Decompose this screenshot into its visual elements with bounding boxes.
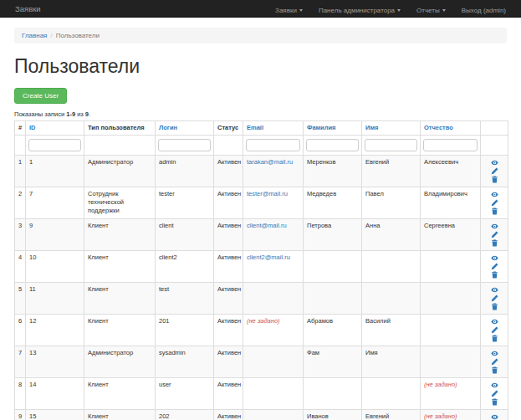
filter-cell-surname <box>304 136 362 156</box>
cell-email <box>243 410 304 420</box>
cell-num: 3 <box>15 219 26 251</box>
view-icon[interactable] <box>491 286 498 294</box>
nav-item-3[interactable]: Отчеты <box>416 7 446 14</box>
cell-login: 202 <box>156 410 214 420</box>
email-link[interactable]: client@mail.ru <box>247 222 287 229</box>
delete-icon[interactable] <box>491 303 498 310</box>
cell-status: Активен <box>214 346 243 378</box>
filter-input-surname[interactable] <box>306 139 359 151</box>
users-grid: #IDТип пользователяЛогинСтатусEmailФамил… <box>14 120 508 420</box>
cell-actions <box>481 187 508 219</box>
col-header-id[interactable]: ID <box>26 121 84 136</box>
sort-link-surname[interactable]: Фамилия <box>307 124 335 131</box>
col-header-num: # <box>15 121 26 136</box>
breadcrumb: Главная / Пользователи <box>14 28 507 44</box>
cell-actions <box>481 251 508 283</box>
cell-login: admin <box>156 156 214 187</box>
filter-input-name[interactable] <box>365 139 417 151</box>
view-icon[interactable] <box>491 254 498 262</box>
update-icon[interactable] <box>491 358 498 366</box>
col-header-email[interactable]: Email <box>243 121 304 136</box>
update-icon[interactable] <box>491 199 498 207</box>
col-header-patronymic[interactable]: Отчество <box>421 121 481 136</box>
sort-link-login[interactable]: Логин <box>159 124 177 131</box>
table-row: 713АдминистраторsysadminАктивенФамИмя <box>15 346 508 378</box>
breadcrumb-home-link[interactable]: Главная <box>22 32 47 39</box>
table-row: 39КлиентclientАктивенclient@mail.ruПетро… <box>15 219 508 251</box>
create-user-button[interactable]: Create User <box>14 88 67 104</box>
delete-icon[interactable] <box>491 335 498 342</box>
update-icon[interactable] <box>491 326 498 334</box>
filter-input-id[interactable] <box>28 139 81 151</box>
cell-email <box>243 378 304 410</box>
view-icon[interactable] <box>491 382 498 389</box>
view-icon[interactable] <box>491 318 498 325</box>
update-icon[interactable] <box>491 263 498 270</box>
cell-login: client2 <box>156 251 214 283</box>
cell-type: Администратор <box>84 156 156 187</box>
filter-input-patronymic[interactable] <box>423 139 478 151</box>
cell-surname <box>304 251 362 283</box>
view-icon[interactable] <box>491 413 498 420</box>
cell-email: tester@mail.ru <box>243 187 304 219</box>
cell-actions <box>481 219 508 251</box>
view-icon[interactable] <box>491 223 498 230</box>
filter-input-login[interactable] <box>158 139 211 151</box>
cell-surname: Абрамов <box>304 315 362 346</box>
sort-link-name[interactable]: Имя <box>365 124 378 131</box>
cell-status: Активен <box>214 156 243 187</box>
col-header-name[interactable]: Имя <box>362 121 421 136</box>
cell-name: Имя <box>362 346 421 378</box>
cell-type: Администратор <box>84 346 156 378</box>
cell-id: 15 <box>26 410 84 420</box>
not-set-label: (не задано) <box>424 381 457 388</box>
filter-cell-num <box>15 136 26 156</box>
not-set-label: (не задано) <box>424 412 457 420</box>
cell-patronymic: Сергеевна <box>421 219 481 251</box>
view-icon[interactable] <box>491 159 498 166</box>
update-icon[interactable] <box>491 390 498 397</box>
nav-item-2[interactable]: Панель администратора <box>319 7 401 14</box>
cell-name: Евгений <box>362 156 421 187</box>
grid-summary: Показаны записи 1-9 из 9. <box>14 110 507 118</box>
delete-icon[interactable] <box>491 207 498 215</box>
sort-link-patronymic[interactable]: Отчество <box>424 124 453 131</box>
caret-down-icon <box>397 9 401 12</box>
cell-actions <box>481 156 508 187</box>
delete-icon[interactable] <box>491 398 498 406</box>
cell-name <box>362 378 421 410</box>
nav-item-4[interactable]: Выход (admin) <box>462 7 506 14</box>
sort-link-id[interactable]: ID <box>29 124 36 131</box>
cell-name: Василий <box>362 315 421 346</box>
col-header-login[interactable]: Логин <box>156 121 214 136</box>
cell-status: Активен <box>214 187 243 219</box>
delete-icon[interactable] <box>491 239 498 247</box>
cell-id: 11 <box>26 283 84 315</box>
cell-patronymic <box>421 251 481 283</box>
cell-actions <box>481 283 508 315</box>
email-link[interactable]: client2@mail.ru <box>247 254 290 261</box>
update-icon[interactable] <box>491 231 498 238</box>
cell-surname: Медведев <box>304 187 362 219</box>
update-icon[interactable] <box>491 167 498 175</box>
cell-email: (не задано) <box>243 315 304 346</box>
view-icon[interactable] <box>491 191 498 198</box>
table-row: 511КлиентtestАктивен <box>15 283 508 315</box>
delete-icon[interactable] <box>491 366 498 374</box>
cell-type: Клиент <box>84 315 156 346</box>
cell-name: Павел <box>362 187 421 219</box>
cell-id: 1 <box>26 156 84 187</box>
delete-icon[interactable] <box>491 271 498 279</box>
nav-item-1[interactable]: Заявки <box>275 7 303 14</box>
brand-link[interactable]: Заявки <box>15 4 41 13</box>
view-icon[interactable] <box>491 350 498 357</box>
update-icon[interactable] <box>491 295 498 302</box>
email-link[interactable]: tarakan@mail.ru <box>247 158 293 166</box>
filter-input-email[interactable] <box>246 139 300 151</box>
sort-link-email[interactable]: Email <box>247 124 263 131</box>
cell-name <box>362 251 421 283</box>
email-link[interactable]: tester@mail.ru <box>247 190 288 197</box>
cell-login: tester <box>156 187 214 219</box>
col-header-surname[interactable]: Фамилия <box>304 121 362 136</box>
delete-icon[interactable] <box>491 176 498 183</box>
